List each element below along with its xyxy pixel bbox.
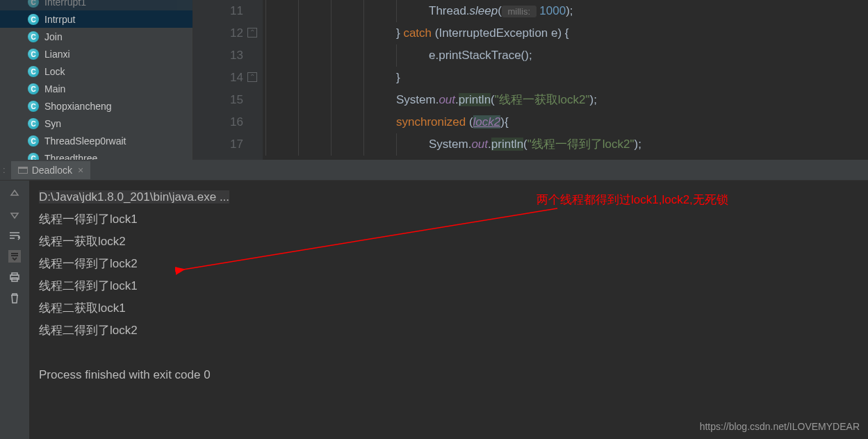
close-icon[interactable]: × <box>78 165 83 176</box>
print-icon[interactable] <box>8 271 21 283</box>
tree-item-label: Lock <box>44 66 65 77</box>
tree-item-lock[interactable]: Lock <box>0 63 193 80</box>
line-gutter: 1112⌃1314⌃151617 <box>193 0 263 160</box>
class-icon <box>28 118 39 129</box>
class-icon <box>28 66 39 77</box>
code-line[interactable]: Thread.sleep( millis: 1000); <box>265 0 868 22</box>
class-icon <box>28 135 39 147</box>
trash-icon[interactable] <box>8 292 21 304</box>
fold-icon[interactable]: ⌃ <box>247 72 257 82</box>
code-line[interactable]: } catch (InterruptedException e) { <box>265 22 868 44</box>
code-editor[interactable]: 1112⌃1314⌃151617 Thread.sleep( millis: 1… <box>193 0 868 160</box>
tree-item-interrupt1[interactable]: Interrupt1 <box>0 0 193 10</box>
tree-item-label: Shopxiancheng <box>44 101 112 112</box>
fold-icon[interactable]: ⌃ <box>247 28 257 38</box>
class-icon <box>28 31 39 42</box>
tree-item-label: Syn <box>44 118 61 129</box>
svg-rect-1 <box>12 273 17 275</box>
class-icon <box>28 101 39 112</box>
run-label: : <box>3 165 6 175</box>
wrap-icon[interactable] <box>8 229 21 242</box>
class-icon <box>28 14 39 25</box>
tree-item-label: Interrupt1 <box>44 0 86 8</box>
tree-item-shopxiancheng[interactable]: Shopxiancheng <box>0 97 193 115</box>
tree-item-label: Intrrput <box>44 14 75 25</box>
tree-item-join[interactable]: Join <box>0 28 193 45</box>
up-arrow-icon[interactable] <box>8 188 21 200</box>
project-tree[interactable]: Interrupt1IntrrputJoinLianxiLockMainShop… <box>0 0 193 160</box>
tree-item-threadthree[interactable]: Threadthree <box>0 149 193 160</box>
line-number: 16 <box>193 111 243 133</box>
class-icon <box>28 153 39 160</box>
line-number: 17 <box>193 133 243 156</box>
code-line[interactable]: System.out.println("线程一获取lock2"); <box>265 89 868 111</box>
code-line[interactable]: e.printStackTrace(); <box>265 44 868 67</box>
down-arrow-icon[interactable] <box>8 208 21 221</box>
code-line[interactable]: synchronized (lock2){ <box>265 111 868 133</box>
tree-item-label: Threadthree <box>44 153 97 160</box>
console-line: 线程二获取lock1 <box>39 297 858 320</box>
console-toolbar <box>0 181 29 439</box>
line-number: 14⌃ <box>193 67 243 89</box>
console-line: Process finished with exit code 0 <box>39 364 858 386</box>
run-tabs[interactable]: : Deadlock × <box>0 160 868 181</box>
console-line: 线程二得到了lock1 <box>39 275 858 297</box>
class-icon <box>28 0 39 8</box>
tree-item-threadsleep0rwait[interactable]: ThreadSleep0rwait <box>0 132 193 149</box>
run-tab-label: Deadlock <box>32 165 72 176</box>
run-tool-window: : Deadlock × D:\Java\jdk1.8.0_201\bin\ja… <box>0 160 868 439</box>
annotation-text: 两个线程都得到过lock1,lock2,无死锁 <box>537 189 728 211</box>
tree-item-syn[interactable]: Syn <box>0 115 193 132</box>
run-tab-deadlock[interactable]: Deadlock × <box>11 161 91 179</box>
console-output[interactable]: D:\Java\jdk1.8.0_201\bin\java.exe ...线程一… <box>29 181 868 439</box>
line-number: 13 <box>193 44 243 67</box>
tree-item-lianxi[interactable]: Lianxi <box>0 45 193 63</box>
tree-item-label: ThreadSleep0rwait <box>44 135 126 147</box>
scroll-end-icon[interactable] <box>8 250 21 263</box>
line-number: 15 <box>193 89 243 111</box>
code-line[interactable]: System.out.println("线程一得到了lock2"); <box>265 133 868 156</box>
console-line: 线程一获取lock2 <box>39 231 858 253</box>
console-icon <box>18 167 28 174</box>
console-command: D:\Java\jdk1.8.0_201\bin\java.exe ... <box>39 186 858 208</box>
watermark: https://blog.csdn.net/ILOVEMYDEAR <box>700 421 860 432</box>
tree-item-label: Lianxi <box>44 49 70 60</box>
console-line <box>39 342 858 364</box>
class-icon <box>28 49 39 60</box>
console-line: 线程一得到了lock2 <box>39 253 858 275</box>
console-line: 线程一得到了lock1 <box>39 208 858 231</box>
console-line: 线程二得到了lock2 <box>39 320 858 342</box>
tree-item-label: Join <box>44 31 63 42</box>
code-line[interactable]: } <box>265 67 868 89</box>
code-area[interactable]: Thread.sleep( millis: 1000);} catch (Int… <box>263 0 868 160</box>
line-number: 11 <box>193 0 243 22</box>
tree-item-label: Main <box>44 83 65 94</box>
tree-item-intrrput[interactable]: Intrrput <box>0 10 193 28</box>
tree-item-main[interactable]: Main <box>0 80 193 97</box>
line-number: 12⌃ <box>193 22 243 44</box>
class-icon <box>28 83 39 94</box>
